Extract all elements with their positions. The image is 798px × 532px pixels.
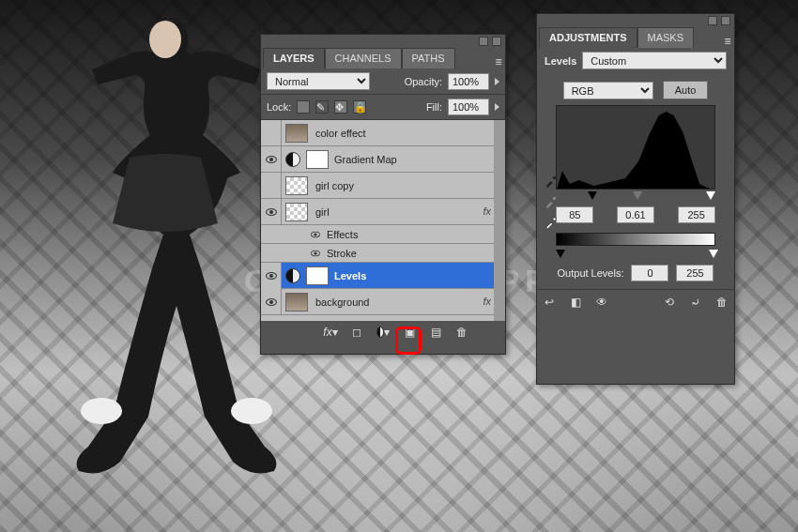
white-input[interactable] [678, 206, 715, 223]
output-white-slider[interactable] [709, 250, 718, 258]
output-slider[interactable] [556, 250, 715, 259]
layer-name[interactable]: girl copy [312, 180, 505, 191]
input-levels-row [545, 206, 727, 223]
new-layer-icon[interactable]: ▤ [429, 326, 442, 339]
panel-tabs: LAYERS CHANNELS PATHS ≡ [261, 48, 505, 68]
close-icon[interactable] [721, 16, 730, 25]
visibility-toggle[interactable] [261, 173, 282, 199]
close-icon[interactable] [492, 37, 501, 46]
output-label: Output Levels: [558, 267, 624, 279]
output-black-slider[interactable] [556, 250, 565, 258]
channel-select[interactable]: RGB [563, 82, 653, 99]
tab-paths[interactable]: PATHS [402, 48, 455, 68]
layer-row[interactable]: Gradient Map [261, 146, 505, 173]
link-layers-icon[interactable] [298, 326, 311, 339]
histogram[interactable] [556, 105, 715, 190]
tab-adjustments[interactable]: ADJUSTMENTS [539, 27, 637, 48]
opacity-flyout-icon[interactable] [495, 78, 499, 85]
collapse-icon[interactable] [708, 16, 717, 25]
black-input[interactable] [556, 206, 593, 223]
adjustment-icon[interactable] [285, 268, 300, 283]
visibility-toggle[interactable] [261, 263, 282, 289]
eye-icon [266, 298, 277, 306]
previous-icon[interactable]: ⟲ [663, 296, 676, 309]
opacity-label: Opacity: [405, 76, 442, 87]
opacity-input[interactable] [448, 73, 489, 90]
layer-name[interactable]: color effect [312, 128, 505, 139]
trash-icon[interactable]: 🗑 [455, 326, 468, 339]
svg-point-2 [231, 398, 272, 424]
svg-point-5 [553, 218, 557, 221]
blend-opacity-row: Normal Opacity: [261, 68, 505, 94]
effects-label: Effects [327, 229, 358, 240]
svg-point-0 [149, 21, 181, 58]
visibility-toggle[interactable] [261, 146, 282, 173]
clip-icon[interactable]: ◧ [569, 296, 582, 309]
adjustment-icon[interactable] [285, 152, 300, 167]
layer-mask-thumbnail[interactable] [306, 266, 329, 285]
panel-titlebar[interactable] [537, 14, 734, 27]
visibility-toggle[interactable] [261, 289, 282, 315]
layers-footer: fx▾ ◻ ▾ ▣ ▤ 🗑 [261, 321, 505, 343]
auto-button[interactable]: Auto [663, 81, 709, 99]
layer-mask-icon[interactable]: ◻ [350, 326, 363, 339]
panel-menu-icon[interactable]: ≡ [492, 55, 505, 68]
preset-select[interactable]: Custom [582, 52, 727, 69]
layer-style-icon[interactable]: fx▾ [324, 326, 337, 339]
fill-label: Fill: [426, 101, 442, 113]
layer-effect-row[interactable]: Effects [261, 225, 505, 244]
layer-row[interactable]: girl copy [261, 173, 505, 199]
layer-row[interactable]: girl fx ▾ [261, 199, 505, 225]
lock-label: Lock: [267, 101, 291, 113]
collapse-icon[interactable] [479, 37, 488, 46]
mid-input[interactable] [617, 206, 654, 223]
trash-icon[interactable]: 🗑 [715, 296, 729, 309]
view-icon[interactable]: 👁 [595, 296, 608, 309]
fill-input[interactable] [448, 99, 489, 115]
layer-thumbnail[interactable] [285, 293, 308, 312]
layer-thumbnail[interactable] [285, 203, 308, 221]
layer-row[interactable]: background fx ▾ [261, 289, 505, 315]
output-white-input[interactable] [676, 265, 714, 281]
blend-mode-select[interactable]: Normal [267, 72, 370, 90]
midtone-slider[interactable] [633, 191, 642, 200]
lock-pixels-icon[interactable]: ✎ [315, 100, 329, 114]
adjustment-layer-icon[interactable]: ▾ [376, 326, 390, 339]
input-slider[interactable] [556, 191, 715, 201]
lock-all-icon[interactable]: 🔒 [353, 100, 366, 114]
layer-effect-row[interactable]: Stroke [261, 244, 505, 263]
return-icon[interactable]: ↩ [543, 296, 556, 309]
black-point-slider[interactable] [588, 191, 597, 200]
visibility-toggle[interactable] [261, 199, 282, 225]
tab-layers[interactable]: LAYERS [263, 48, 325, 68]
lock-position-icon[interactable]: ✥ [334, 100, 347, 114]
group-icon[interactable]: ▣ [403, 326, 416, 339]
layer-name[interactable]: girl [312, 206, 483, 218]
output-black-input[interactable] [631, 265, 668, 281]
panel-menu-icon[interactable]: ≡ [721, 35, 734, 48]
scrollbar[interactable] [494, 120, 505, 321]
fill-flyout-icon[interactable] [495, 103, 499, 111]
layer-name[interactable]: Gradient Map [330, 154, 505, 165]
reset-icon[interactable]: ⤾ [689, 296, 702, 309]
visibility-toggle[interactable] [261, 120, 282, 146]
layer-mask-thumbnail[interactable] [306, 150, 329, 169]
levels-title: Levels [545, 55, 576, 67]
layer-row[interactable]: Levels [261, 263, 505, 289]
layer-list: color effect Gradient Map girl copy girl… [261, 120, 505, 321]
tab-channels[interactable]: CHANNELS [325, 48, 402, 68]
layer-name[interactable]: Levels [330, 270, 505, 281]
levels-title-row: Levels Custom [537, 48, 734, 73]
white-point-slider[interactable] [706, 191, 715, 200]
tab-masks[interactable]: MASKS [637, 27, 695, 48]
layer-row[interactable]: color effect [261, 120, 505, 146]
white-eyedropper-icon[interactable] [545, 216, 558, 229]
output-gradient[interactable] [556, 233, 715, 246]
svg-point-1 [81, 398, 122, 424]
lock-transparency-icon[interactable] [297, 100, 310, 114]
eye-icon [311, 231, 320, 236]
layer-name[interactable]: background [312, 296, 483, 308]
layer-thumbnail[interactable] [285, 176, 308, 195]
panel-titlebar[interactable] [261, 35, 505, 48]
layer-thumbnail[interactable] [285, 124, 308, 143]
